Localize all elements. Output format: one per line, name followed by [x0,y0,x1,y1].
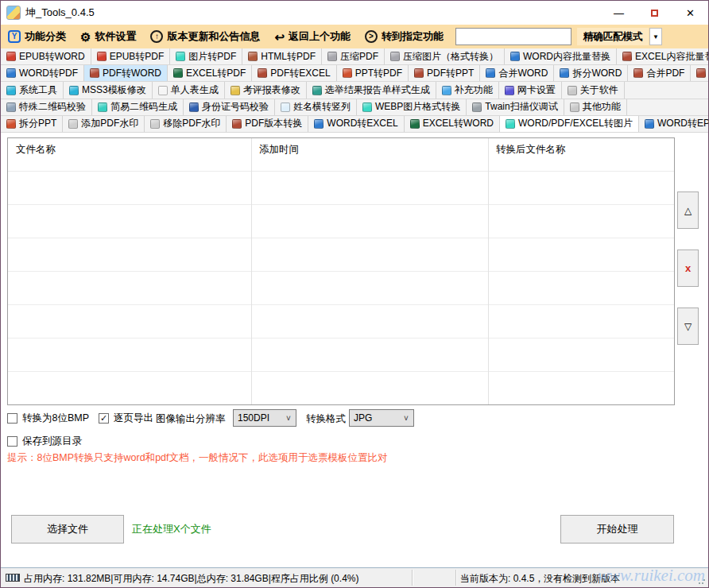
tab[interactable]: EXCEL转WORD [405,116,500,132]
toolbar-item-goto[interactable]: > 转到指定功能 [358,25,451,48]
bmp8-checkbox[interactable]: 转换为8位BMP [7,412,89,425]
tab[interactable]: 合并WORD [480,65,554,81]
tab[interactable]: 选举结果报告单样式生成 [307,82,436,98]
tab[interactable]: 压缩图片（格式转换） [385,48,505,64]
tab[interactable]: WEBP图片格式转换 [357,99,467,115]
column-header-outputname[interactable]: 转换后文件名称 [488,138,674,161]
ppt-icon [6,119,16,129]
tab[interactable]: EPUB转WORD [1,48,91,64]
tab[interactable]: 压缩PDF [322,48,385,64]
close-button[interactable]: ✕ [672,1,708,25]
tab-row: 系统工具MSS3模板修改单人表生成考评报表修改选举结果报告单样式生成补充功能网卡… [1,82,708,99]
tab-row: 特殊二维码校验简易二维码生成身份证号码校验姓名横转竖列WEBP图片格式转换Twa… [1,99,708,116]
function-search-combobox[interactable]: ▼ [455,28,571,45]
delete-x-icon: x [685,262,691,274]
column-divider [488,138,489,404]
select-files-button[interactable]: 选择文件 [11,515,124,544]
tab[interactable]: HTML转PDF [242,48,322,64]
tab-label: WORD/PDF/EXCEL转图片 [518,117,633,130]
tab[interactable]: WORD转EXCEL [308,116,404,132]
qr-icon [6,103,16,112]
tab-label: 压缩PDF [340,50,378,64]
word-icon [510,52,520,61]
memory-status-text: 占用内存: 131.82MB|可用内存: 14.74GB|总内存: 31.84G… [24,572,358,586]
move-down-button[interactable]: ▽ [677,308,699,345]
tab[interactable]: PPT转PDF [337,65,409,81]
match-mode-dropdown-icon[interactable]: ▼ [649,28,662,45]
save-source-checkbox[interactable]: 保存到源目录 [7,435,82,448]
tab[interactable]: 拆分WORD [554,65,628,81]
minimize-button[interactable]: — [601,1,637,25]
tab[interactable]: 添加PDF水印 [63,116,145,132]
tab[interactable]: 单人表生成 [153,82,225,98]
tab[interactable]: WORD/PDF/EXCEL转图片 [500,116,639,132]
per-page-checkbox[interactable]: ✓ 逐页导出 [99,412,153,425]
function-search-input[interactable] [456,29,586,44]
tab[interactable]: WORD转PDF [1,65,84,81]
remove-file-button[interactable]: x [677,250,699,287]
image-icon [176,52,185,61]
options-row: 转换为8位BMP ✓ 逐页导出 图像输出分辨率 150DPI ˅ 转换格式 JP… [1,409,708,427]
tab[interactable]: 考评报表修改 [225,82,307,98]
tab[interactable]: WORD内容批量替换 [505,48,617,64]
tab[interactable]: Twain扫描仪调试 [467,99,564,115]
resize-grip[interactable] [698,577,706,585]
column-header-filename[interactable]: 文件名称 [8,138,251,161]
tab[interactable]: 网卡设置 [499,82,562,98]
pdf-icon [258,68,267,78]
statusbar-divider [455,570,456,586]
settings-gear-icon: ⚙ [80,31,91,43]
tab-label: 合并WORD [498,67,548,80]
word-icon [314,119,324,129]
tab-label: 关于软件 [580,83,618,97]
tab[interactable]: 图片转PDF [170,48,242,64]
gear-icon [69,86,79,95]
tab[interactable]: 姓名横转竖列 [275,99,357,115]
tab[interactable]: PDF版本转换 [227,116,308,132]
format-select[interactable]: JPG ˅ [349,409,414,427]
tab-label: 系统工具 [19,83,57,97]
gear-icon [6,86,16,95]
tab[interactable]: 拆分PPT [1,116,63,132]
tab-label: 移除PDF水印 [163,117,220,130]
tab[interactable]: 特殊二维码校验 [1,99,92,115]
tab[interactable]: EXCEL转PDF [168,65,252,81]
tab[interactable]: PDF转EXCEL [252,65,336,81]
dpi-label: 图像输出分辨率 [156,412,226,426]
statusbar-divider [412,570,413,586]
checkbox-box [7,413,17,424]
tab[interactable]: 拆分PDF [691,65,708,81]
tab[interactable]: EXCEL内容批量替换 [617,48,708,64]
doc-icon [158,86,168,95]
tab[interactable]: PDF转WORD [84,65,168,81]
dpi-select[interactable]: 150DPI ˅ [233,409,296,427]
tab[interactable]: MSS3模板修改 [64,82,153,98]
start-processing-button[interactable]: 开始处理 [560,515,674,544]
pdf-icon [696,68,706,78]
tab-label: 拆分PPT [19,117,56,130]
toolbar-item-settings[interactable]: ⚙ 软件设置 [73,25,143,48]
match-mode-select[interactable]: 精确匹配模式 [577,28,649,45]
tab[interactable]: 其他功能 [564,99,627,115]
move-up-button[interactable]: △ [677,191,699,229]
toolbar-item-update[interactable]: ↑ 版本更新和公告信息 [143,25,267,48]
tab[interactable]: 移除PDF水印 [145,116,227,132]
hint-text: 提示：8位BMP转换只支持word和pdf文档，一般情况下，此选项用于选票模板位… [7,451,388,465]
toolbar-item-back[interactable]: ↩ 返回上个功能 [267,25,358,48]
toolbar-item-categories[interactable]: Y 功能分类 [1,25,73,48]
tab[interactable]: 简易二维码生成 [92,99,184,115]
tab[interactable]: 系统工具 [1,82,64,98]
maximize-button[interactable] [637,1,672,25]
tab-row: EPUB转WORDEPUB转PDF图片转PDFHTML转PDF压缩PDF压缩图片… [1,48,708,65]
tab[interactable]: EPUB转PDF [91,48,171,64]
tab[interactable]: 身份证号码校验 [184,99,275,115]
tab-label: EPUB转PDF [110,50,165,64]
tab[interactable]: 合并PDF [628,65,691,81]
column-header-addtime[interactable]: 添加时间 [251,138,488,161]
tab[interactable]: 关于软件 [562,82,625,98]
tab[interactable]: PDF转PPT [409,65,480,81]
tab[interactable]: 补充功能 [436,82,499,98]
epub-icon [97,52,107,61]
toolbar: Y 功能分类 ⚙ 软件设置 ↑ 版本更新和公告信息 ↩ 返回上个功能 > 转到指… [1,25,708,48]
tab[interactable]: WORD转EPUB [639,116,708,132]
